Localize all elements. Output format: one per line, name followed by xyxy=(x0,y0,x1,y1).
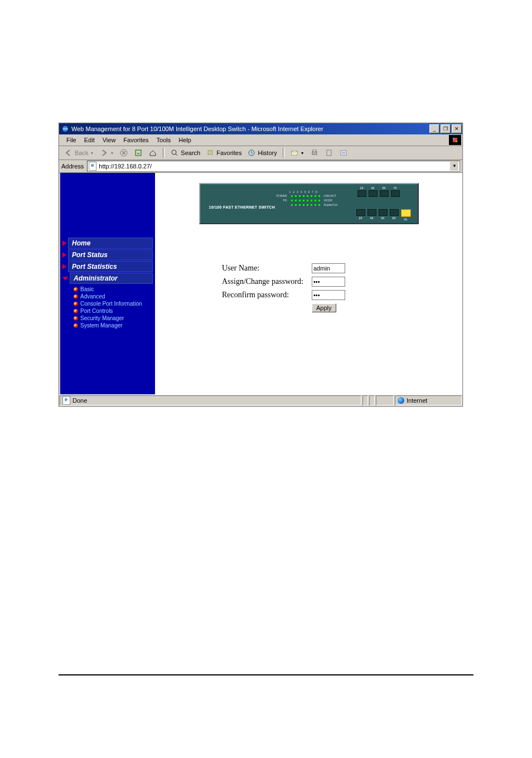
close-button[interactable]: ✕ xyxy=(452,124,462,133)
status-security-pane xyxy=(376,395,394,405)
subnav-label: Security Manager xyxy=(80,315,124,322)
menu-file[interactable]: File xyxy=(62,137,80,143)
address-label: Address xyxy=(61,163,85,170)
subnav-label: System Manager xyxy=(80,322,123,329)
print-icon xyxy=(310,148,319,157)
status-zone-text: Internet xyxy=(407,397,427,404)
subnav-advanced[interactable]: Advanced xyxy=(74,293,155,300)
bullet-icon xyxy=(74,294,78,299)
history-button[interactable]: History xyxy=(245,148,278,158)
menu-edit[interactable]: Edit xyxy=(80,137,99,143)
menu-tools[interactable]: Tools xyxy=(153,137,175,143)
forward-icon xyxy=(99,148,108,157)
print-button[interactable] xyxy=(308,148,321,158)
svg-rect-2 xyxy=(453,138,454,139)
page-icon xyxy=(89,162,96,171)
stop-icon xyxy=(119,148,128,157)
favorites-icon xyxy=(206,148,215,157)
menubar: File Edit View Favorites Tools Help xyxy=(59,134,462,146)
mail-button[interactable]: ▼ xyxy=(288,148,306,158)
subnav-console-port-info[interactable]: Console Port Information xyxy=(74,300,155,307)
subnav-basic[interactable]: Basic xyxy=(74,286,155,293)
subnav-label: Console Port Information xyxy=(80,300,142,307)
refresh-button[interactable] xyxy=(132,148,144,158)
discuss-button[interactable] xyxy=(337,148,350,158)
arrow-icon xyxy=(62,252,66,258)
home-icon xyxy=(148,148,157,157)
username-label: User Name: xyxy=(222,264,308,273)
port-icon xyxy=(391,190,400,197)
status-zone-pane: Internet xyxy=(395,395,462,405)
subnav-port-controls[interactable]: Port Controls xyxy=(74,307,155,315)
subnav-security-manager[interactable]: Security Manager xyxy=(74,315,155,322)
search-button[interactable]: Search xyxy=(168,148,202,158)
page-icon xyxy=(62,396,70,405)
toolbar-separator xyxy=(283,148,284,158)
content-frame: Home Port Status Port Statistics Adminis… xyxy=(59,173,462,394)
password-row: Assign/Change password: xyxy=(222,277,462,287)
ports-top-row: 1X 3X 5X 7X xyxy=(357,186,400,197)
nav-label: Home xyxy=(68,238,153,249)
menu-help[interactable]: Help xyxy=(175,137,195,143)
dropdown-icon: ▼ xyxy=(90,151,94,155)
nav-administrator[interactable]: Administrator xyxy=(62,273,153,284)
svg-rect-3 xyxy=(456,141,457,142)
window-title: Web Management for 8 Port 10/100M Intell… xyxy=(71,125,429,132)
main-pane: 10/100 FAST ETHERNET SWITCH 12345678 POW… xyxy=(155,173,462,394)
password-label: Assign/Change password: xyxy=(222,277,308,286)
dropdown-icon: ▼ xyxy=(110,151,114,155)
toolbar: Back ▼ ▼ Search Favorit xyxy=(59,146,462,160)
titlebar: Web Management for 8 Port 10/100M Intell… xyxy=(59,123,462,134)
bullet-icon xyxy=(74,302,78,306)
port-icon xyxy=(390,209,399,216)
address-field-wrap: ▼ xyxy=(87,161,460,172)
back-button[interactable]: Back ▼ xyxy=(62,148,95,158)
throbber-icon xyxy=(449,135,461,145)
address-dropdown[interactable]: ▼ xyxy=(450,162,458,171)
menu-view[interactable]: View xyxy=(99,137,120,143)
address-input[interactable] xyxy=(96,162,450,170)
globe-icon xyxy=(398,397,404,404)
confirm-row: Reconfirm password: xyxy=(222,290,462,300)
toolbar-separator xyxy=(163,148,165,158)
history-label: History xyxy=(258,149,277,156)
confirm-input[interactable] xyxy=(312,290,345,300)
status-left-pane: Done xyxy=(60,395,361,405)
menu-favorites[interactable]: Favorites xyxy=(119,137,152,143)
addressbar: Address ▼ xyxy=(59,160,462,173)
switch-model-label: 10/100 FAST ETHERNET SWITCH xyxy=(209,205,275,209)
minimize-button[interactable]: _ xyxy=(429,124,439,133)
apply-button[interactable]: Apply xyxy=(312,303,336,312)
mail-icon xyxy=(290,148,299,157)
subnav-label: Advanced xyxy=(80,293,105,300)
ie-icon xyxy=(61,125,69,133)
home-button[interactable] xyxy=(147,148,159,158)
nav-home[interactable]: Home xyxy=(62,238,153,249)
led-panel: POWERLINK/ACT FD10/100 Duplex/Col xyxy=(273,194,337,207)
refresh-icon xyxy=(134,148,143,157)
nav-port-status[interactable]: Port Status xyxy=(62,249,153,260)
bullet-icon xyxy=(74,316,78,321)
arrow-down-icon xyxy=(62,277,68,281)
apply-row: Apply xyxy=(222,303,462,312)
port-icon xyxy=(367,209,376,216)
uplink-port-icon xyxy=(401,209,411,217)
search-icon xyxy=(170,148,179,157)
subnav-system-manager[interactable]: System Manager xyxy=(74,322,155,329)
edit-button[interactable] xyxy=(323,148,335,158)
forward-button[interactable]: ▼ xyxy=(98,148,115,158)
stop-button[interactable] xyxy=(118,148,130,158)
password-input[interactable] xyxy=(312,277,345,287)
maximize-button[interactable]: ❐ xyxy=(441,124,451,133)
favorites-button[interactable]: Favorites xyxy=(204,148,243,158)
subnav-label: Basic xyxy=(80,286,94,293)
nav-port-statistics[interactable]: Port Statistics xyxy=(62,261,153,272)
back-label: Back xyxy=(75,149,88,156)
username-input[interactable] xyxy=(312,263,345,273)
status-text: Done xyxy=(72,397,87,404)
nav-label: Port Statistics xyxy=(68,261,153,272)
sidebar: Home Port Status Port Statistics Adminis… xyxy=(60,173,155,394)
port-icon xyxy=(369,190,378,197)
port-icon xyxy=(357,190,366,197)
led-numbers: 12345678 xyxy=(289,190,317,194)
